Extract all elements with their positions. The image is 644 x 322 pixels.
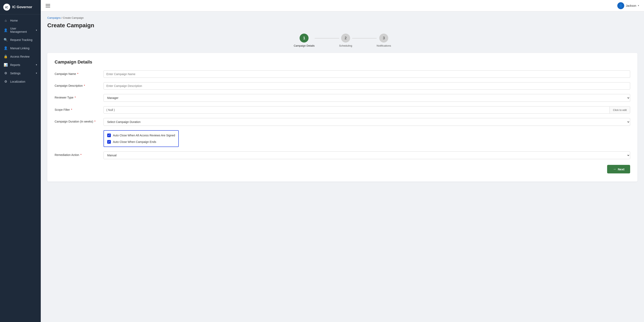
sidebar: IC IC Governor ⌂ Home 👤 User Management …: [0, 0, 41, 322]
remediation-action-row: Remediation Action * Manual Automatic: [54, 152, 630, 159]
auto-close-signed-checkbox[interactable]: [107, 134, 111, 137]
campaign-name-label: Campaign Name *: [54, 70, 100, 76]
sidebar-item-localization[interactable]: ⚙ Localization: [0, 77, 41, 86]
sidebar-item-label: Manual Linking: [10, 47, 29, 50]
sidebar-item-label: Home: [10, 19, 18, 22]
auto-close-spacer: [54, 130, 100, 132]
sidebar-item-label: Access Review: [10, 55, 30, 58]
sidebar-item-manual-linking[interactable]: 👤 Manual Linking: [0, 44, 41, 52]
step-3-circle: 3: [379, 34, 388, 42]
chevron-down-icon: ▾: [638, 4, 639, 7]
auto-close-group: Auto Close When All Access Reviews Are S…: [104, 130, 179, 147]
auto-close-signed-label: Auto Close When All Access Reviews Are S…: [113, 134, 175, 137]
sidebar-item-label: Settings: [10, 72, 20, 75]
user-menu-button[interactable]: 👤 Jackson ▾: [617, 2, 639, 9]
breadcrumb-parent[interactable]: Campaigns: [47, 16, 61, 19]
campaign-duration-select[interactable]: Select Campaign Duration 1 Week 2 Weeks …: [104, 118, 630, 126]
form-section-title: Campaign Details: [54, 59, 630, 65]
campaign-description-input[interactable]: [104, 82, 630, 90]
reports-icon: 📊: [4, 63, 8, 67]
next-arrow-icon: →: [613, 167, 616, 171]
step-line-1: [315, 38, 339, 38]
step-3-label: Notifications: [376, 44, 391, 47]
breadcrumb-current: Create Campaign: [63, 16, 84, 19]
form-footer: → Next: [54, 165, 630, 173]
user-management-icon: 👤: [4, 28, 8, 32]
avatar: 👤: [617, 2, 624, 9]
sidebar-item-label: Request Tracking: [10, 38, 32, 41]
next-label: Next: [618, 167, 624, 171]
scope-filter-row: Scope Filter * ( Null ) Click to edit: [54, 106, 630, 114]
form-card: Campaign Details Campaign Name * Campaig…: [47, 53, 638, 181]
step-2-circle: 2: [341, 34, 350, 42]
step-3: 3 Notifications: [376, 34, 391, 47]
manual-linking-icon: 👤: [4, 46, 8, 50]
step-1-circle: 1: [300, 34, 308, 42]
step-1-label: Campaign Details: [294, 44, 315, 47]
sidebar-item-label: Reports: [10, 63, 20, 67]
step-1: 1 Campaign Details: [294, 34, 315, 47]
sidebar-item-home[interactable]: ⌂ Home: [0, 16, 41, 25]
remediation-action-label: Remediation Action *: [54, 152, 100, 157]
chevron-down-icon: ▾: [36, 63, 37, 66]
sidebar-item-label: User Management: [10, 27, 34, 33]
chevron-down-icon: ▾: [36, 29, 37, 31]
topbar: 👤 Jackson ▾: [41, 0, 644, 11]
main-area: 👤 Jackson ▾ Campaigns / Create Campaign …: [41, 0, 644, 322]
reviewer-type-row: Reviewer Type * Manager Peer Self: [54, 94, 630, 102]
auto-close-ends-label: Auto Close When Campaign Ends: [113, 140, 156, 144]
sidebar-item-request-tracking[interactable]: 🔍 Request Tracking: [0, 36, 41, 44]
home-icon: ⌂: [4, 19, 8, 22]
next-button[interactable]: → Next: [607, 165, 630, 173]
sidebar-item-reports[interactable]: 📊 Reports ▾: [0, 61, 41, 69]
step-line-2: [352, 38, 376, 38]
campaign-description-row: Campaign Description *: [54, 82, 630, 90]
page-title: Create Campaign: [47, 22, 638, 29]
auto-close-signed-row: Auto Close When All Access Reviews Are S…: [107, 134, 175, 137]
app-title: IC Governor: [12, 5, 32, 9]
access-review-icon: 🔒: [4, 55, 8, 58]
stepper: 1 Campaign Details 2 Scheduling 3 Notifi…: [47, 34, 638, 47]
sidebar-nav: ⌂ Home 👤 User Management ▾ 🔍 Request Tra…: [0, 14, 41, 322]
sidebar-item-access-review[interactable]: 🔒 Access Review: [0, 52, 41, 61]
sidebar-item-settings[interactable]: ⚙ Settings ▾: [0, 69, 41, 77]
auto-close-ends-checkbox[interactable]: [107, 140, 111, 144]
scope-filter-value: ( Null ): [104, 106, 610, 113]
breadcrumb: Campaigns / Create Campaign: [47, 16, 638, 19]
auto-close-row: Auto Close When All Access Reviews Are S…: [54, 130, 630, 147]
breadcrumb-separator: /: [61, 16, 63, 19]
hamburger-button[interactable]: [46, 4, 50, 7]
content-area: Campaigns / Create Campaign Create Campa…: [41, 11, 644, 322]
topbar-left: [46, 4, 50, 7]
step-2: 2 Scheduling: [339, 34, 352, 47]
scope-filter-control: ( Null ) Click to edit: [104, 106, 630, 114]
sidebar-item-user-management[interactable]: 👤 User Management ▾: [0, 25, 41, 36]
campaign-name-row: Campaign Name *: [54, 70, 630, 78]
scope-filter-edit-button[interactable]: Click to edit: [610, 107, 630, 113]
step-2-label: Scheduling: [339, 44, 352, 47]
campaign-duration-label: Campaign Duration (In weeks) *: [54, 118, 100, 123]
logo-icon: IC: [3, 4, 10, 10]
sidebar-logo: IC IC Governor: [0, 0, 41, 14]
campaign-duration-row: Campaign Duration (In weeks) * Select Ca…: [54, 118, 630, 126]
localization-icon: ⚙: [4, 80, 8, 83]
reviewer-type-select[interactable]: Manager Peer Self: [104, 94, 630, 102]
auto-close-ends-row: Auto Close When Campaign Ends: [107, 140, 175, 144]
sidebar-item-label: Localization: [10, 80, 25, 83]
remediation-action-select[interactable]: Manual Automatic: [104, 152, 630, 159]
request-tracking-icon: 🔍: [4, 38, 8, 42]
campaign-description-label: Campaign Description *: [54, 82, 100, 87]
reviewer-type-label: Reviewer Type *: [54, 94, 100, 99]
chevron-down-icon: ▾: [36, 72, 37, 74]
campaign-name-input[interactable]: [104, 70, 630, 78]
user-name: Jackson: [626, 4, 636, 7]
settings-icon: ⚙: [4, 71, 8, 75]
scope-filter-label: Scope Filter *: [54, 106, 100, 111]
